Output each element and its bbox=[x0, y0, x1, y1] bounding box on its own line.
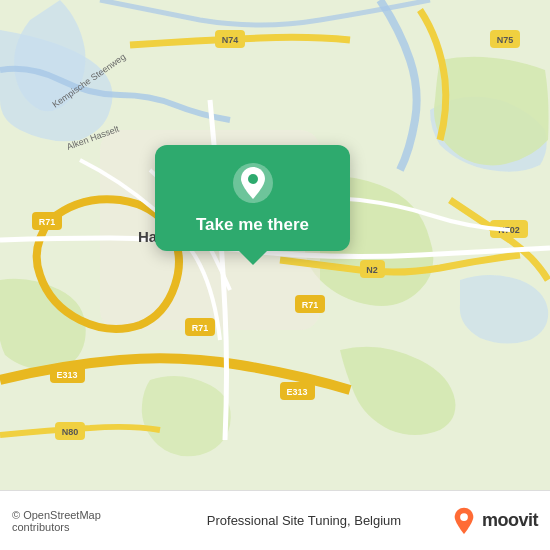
moovit-pin-icon bbox=[450, 507, 478, 535]
svg-text:N80: N80 bbox=[62, 427, 79, 437]
location-info-text: Professional Site Tuning, Belgium bbox=[158, 513, 450, 528]
tooltip-label: Take me there bbox=[196, 215, 309, 235]
svg-text:N2: N2 bbox=[366, 265, 378, 275]
bottom-bar: © OpenStreetMap contributors Professiona… bbox=[0, 490, 550, 550]
moovit-logo: moovit bbox=[450, 507, 538, 535]
svg-text:N75: N75 bbox=[497, 35, 514, 45]
svg-text:R71: R71 bbox=[302, 300, 319, 310]
map-container: R71 R71 R71 E313 E313 N74 N75 N702 N2 N8… bbox=[0, 0, 550, 490]
svg-point-27 bbox=[460, 513, 468, 521]
svg-text:E313: E313 bbox=[56, 370, 77, 380]
take-me-there-button[interactable]: Take me there bbox=[155, 145, 350, 251]
moovit-text: moovit bbox=[482, 510, 538, 531]
svg-text:R71: R71 bbox=[192, 323, 209, 333]
location-pin-icon bbox=[231, 161, 275, 205]
svg-text:N74: N74 bbox=[222, 35, 239, 45]
copyright-text: © OpenStreetMap contributors bbox=[12, 509, 158, 533]
svg-text:E313: E313 bbox=[286, 387, 307, 397]
svg-point-26 bbox=[248, 174, 258, 184]
svg-text:R71: R71 bbox=[39, 217, 56, 227]
